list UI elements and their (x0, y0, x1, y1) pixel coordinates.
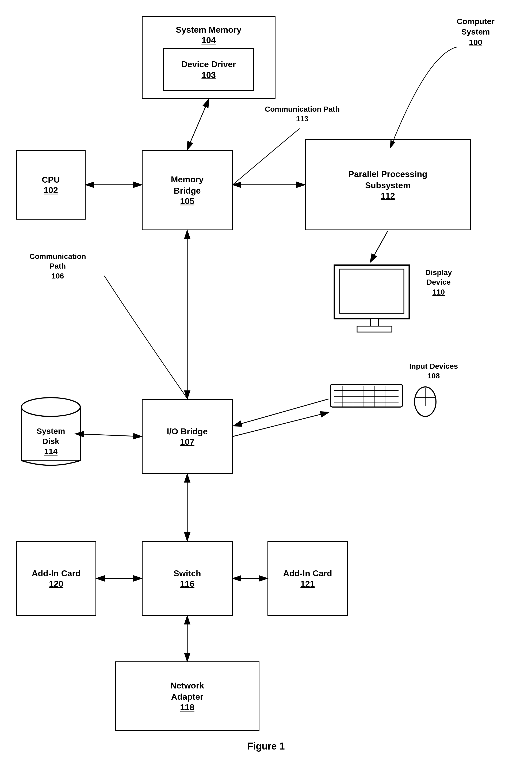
device-driver-box: Device Driver 103 (163, 48, 254, 91)
display-device-svg (332, 263, 417, 337)
network-adapter-num: 118 (180, 702, 194, 712)
svg-text:114: 114 (44, 447, 58, 456)
system-disk-svg: System Disk 114 (16, 394, 86, 474)
input-devices-label: Input Devices 108 (409, 362, 458, 381)
device-driver-num: 103 (201, 70, 216, 80)
network-adapter-label: Network Adapter (170, 680, 204, 702)
add-in-card-120-box: Add-In Card 120 (16, 541, 96, 616)
parallel-processing-label: Parallel Processing Subsystem (348, 169, 427, 191)
svg-point-17 (21, 398, 80, 416)
cpu-label: CPU (42, 174, 60, 185)
io-bridge-num: 107 (180, 437, 194, 447)
figure-caption: Figure 1 (226, 741, 306, 752)
computer-system-label: Computer System 100 (457, 16, 495, 47)
svg-text:Disk: Disk (42, 437, 59, 446)
svg-rect-2 (370, 319, 378, 327)
switch-box: Switch 116 (142, 541, 233, 616)
add-in-card-121-num: 121 (300, 579, 315, 589)
comm-path-113-label: Communication Path 113 (265, 104, 340, 124)
svg-line-26 (370, 231, 388, 262)
io-bridge-box: I/O Bridge 107 (142, 399, 233, 474)
cpu-num: 102 (44, 185, 58, 195)
svg-line-23 (187, 100, 209, 149)
add-in-card-121-box: Add-In Card 121 (267, 541, 348, 616)
memory-bridge-num: 105 (180, 196, 194, 206)
svg-line-29 (234, 399, 328, 426)
switch-label: Switch (173, 568, 201, 579)
system-memory-num: 104 (201, 35, 216, 45)
parallel-processing-box: Parallel Processing Subsystem 112 (305, 139, 471, 230)
parallel-processing-num: 112 (381, 191, 395, 201)
system-memory-label: System Memory (176, 24, 241, 36)
keyboard-svg (329, 383, 404, 410)
comm-path-106-label: Communication Path 106 (29, 252, 86, 281)
display-device-label: Display Device 110 (425, 268, 452, 297)
svg-line-28 (76, 434, 141, 436)
svg-rect-4 (330, 384, 403, 407)
add-in-card-120-label: Add-In Card (32, 568, 81, 579)
svg-rect-1 (340, 269, 404, 313)
memory-bridge-label: Memory Bridge (171, 174, 204, 196)
switch-num: 116 (180, 579, 194, 589)
mouse-svg (412, 380, 439, 418)
io-bridge-label: I/O Bridge (167, 426, 208, 437)
add-in-card-120-num: 120 (49, 579, 63, 589)
svg-rect-3 (357, 326, 392, 332)
memory-bridge-box: Memory Bridge 105 (142, 150, 233, 230)
add-in-card-121-label: Add-In Card (283, 568, 332, 579)
cpu-box: CPU 102 (16, 150, 86, 220)
diagram: Computer System 100 System Memory 104 De… (0, 0, 532, 768)
device-driver-label: Device Driver (181, 59, 236, 70)
system-memory-box: System Memory 104 Device Driver 103 (142, 16, 275, 99)
svg-text:System: System (37, 427, 65, 435)
network-adapter-box: Network Adapter 118 (115, 662, 259, 731)
svg-line-30 (233, 412, 328, 436)
